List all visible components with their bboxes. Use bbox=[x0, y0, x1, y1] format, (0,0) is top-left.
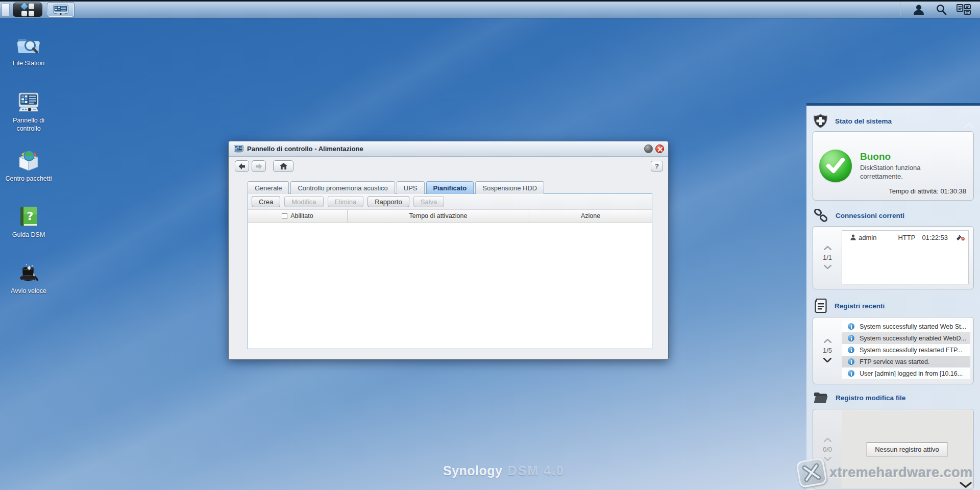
pilot-view-button[interactable] bbox=[952, 2, 975, 17]
connections-box: 1/1 admin HTTP 01:22:53 bbox=[813, 226, 974, 289]
pager-down-icon[interactable] bbox=[824, 265, 831, 269]
forward-button[interactable] bbox=[252, 160, 266, 172]
log-row[interactable]: System successfully restarted FTP... bbox=[842, 344, 970, 356]
home-icon bbox=[280, 163, 287, 169]
package-center-icon bbox=[16, 148, 41, 173]
elimina-button[interactable]: Elimina bbox=[328, 196, 364, 207]
tab-ups[interactable]: UPS bbox=[397, 181, 425, 194]
file-station-icon bbox=[16, 33, 41, 57]
taskbar bbox=[0, 0, 980, 18]
control-panel-task-icon bbox=[53, 5, 68, 15]
synology-brand-text: Synology bbox=[443, 463, 503, 478]
tab-pianificato[interactable]: Pianificato bbox=[426, 181, 474, 194]
main-menu-grid-icon bbox=[21, 4, 34, 16]
pager-down-icon[interactable] bbox=[823, 358, 831, 362]
show-desktop-button[interactable] bbox=[2, 3, 10, 16]
back-arrow-icon bbox=[238, 163, 246, 169]
pager-count: 0/0 bbox=[823, 446, 832, 453]
desktop-icon-label: Avvio veloce bbox=[3, 287, 54, 296]
column-header-tempo-attivazione[interactable]: Tempo di attivazione bbox=[348, 210, 529, 222]
status-value: Buono bbox=[860, 151, 942, 162]
info-icon bbox=[848, 347, 854, 353]
back-button[interactable] bbox=[235, 160, 249, 172]
window-title-icon bbox=[234, 145, 243, 153]
main-menu-button[interactable] bbox=[13, 3, 42, 17]
xtremehardware-logo-icon bbox=[796, 457, 827, 488]
connection-user: admin bbox=[859, 234, 876, 241]
file-log-header: Registro modifica file bbox=[814, 391, 905, 404]
widget-title: Connessioni correnti bbox=[836, 212, 904, 219]
modifica-button[interactable]: Modifica bbox=[284, 196, 323, 207]
log-row[interactable]: User [admin] logged in from [10.16... bbox=[842, 368, 970, 379]
tab-bar: Generale Controllo promemoria acustico U… bbox=[248, 181, 546, 194]
tab-generale[interactable]: Generale bbox=[248, 181, 289, 194]
recent-logs-header: Registri recenti bbox=[814, 299, 885, 313]
open-folder-icon bbox=[814, 391, 828, 404]
control-panel-window: Pannello di controllo - Alimentazione bbox=[228, 141, 669, 360]
user-icon bbox=[913, 4, 925, 16]
desktop-icon-dsm-help[interactable]: ? Guida DSM bbox=[3, 204, 54, 239]
taskbar-task-control-panel[interactable] bbox=[47, 3, 74, 17]
desktop-icon-file-station[interactable]: File Station bbox=[3, 33, 54, 68]
status-ok-icon bbox=[819, 150, 852, 182]
column-header-azione[interactable]: Azione bbox=[529, 210, 652, 222]
desktop-icon-label: File Station bbox=[3, 60, 54, 68]
window-titlebar[interactable]: Pannello di controllo - Alimentazione bbox=[229, 141, 668, 157]
disconnect-icon[interactable] bbox=[956, 234, 965, 241]
taskbar-divider bbox=[900, 3, 900, 16]
close-button[interactable] bbox=[655, 144, 664, 153]
watermark-text: xtremehardware.com bbox=[829, 465, 973, 481]
pager-up-icon[interactable] bbox=[824, 246, 831, 250]
status-description: DiskStation funziona correttamente. bbox=[860, 164, 942, 181]
info-icon bbox=[848, 335, 854, 341]
info-icon bbox=[848, 370, 854, 377]
log-row[interactable]: System successfully enabled WebD... bbox=[842, 332, 970, 344]
desktop-icon-quick-start[interactable]: Avvio veloce bbox=[3, 260, 54, 296]
log-list: System successfully started Web St... Sy… bbox=[842, 321, 970, 381]
desktop-icon-label: Guida DSM bbox=[3, 231, 54, 239]
pager-up-icon[interactable] bbox=[824, 339, 831, 343]
dsm-help-icon: ? bbox=[16, 204, 41, 229]
dsm-version-text: DSM 4.0 bbox=[508, 463, 565, 478]
uptime-text: Tempo di attività: 01:30:38 bbox=[889, 187, 966, 195]
widget-title: Stato del sistema bbox=[835, 117, 892, 125]
pager-count: 1/1 bbox=[823, 254, 832, 261]
help-label: ? bbox=[655, 162, 659, 170]
connection-row[interactable]: admin HTTP 01:22:53 bbox=[842, 231, 968, 243]
pilot-view-icon bbox=[957, 4, 971, 15]
tab-controllo-promemoria-acustico[interactable]: Controllo promemoria acustico bbox=[290, 181, 395, 194]
desktop-icon-package-center[interactable]: Centro pacchetti bbox=[3, 148, 54, 183]
tab-sospensione-hdd[interactable]: Sospensione HDD bbox=[475, 181, 544, 194]
connection-time: 01:22:53 bbox=[922, 234, 948, 241]
tab-content-panel: Crea Modifica Elimina Rapporto Salva Abi… bbox=[248, 193, 652, 349]
log-row[interactable]: FTP service was started. bbox=[842, 356, 970, 368]
desktop-icon-control-panel[interactable]: Pannello di controllo bbox=[3, 90, 54, 133]
pager-count: 1/5 bbox=[823, 347, 832, 354]
svg-text:?: ? bbox=[27, 210, 34, 223]
search-button[interactable] bbox=[930, 2, 952, 17]
schedule-table-header: Abilitato Tempo di attivazione Azione bbox=[248, 210, 652, 223]
search-icon bbox=[935, 4, 947, 16]
panel-scroll-up-icon[interactable] bbox=[964, 123, 975, 128]
user-menu-button[interactable] bbox=[908, 2, 930, 17]
help-button[interactable]: ? bbox=[651, 161, 663, 172]
minimize-button[interactable] bbox=[644, 144, 653, 153]
desktop-icon-label: Pannello di controllo bbox=[3, 117, 54, 133]
connections-list: admin HTTP 01:22:53 bbox=[842, 230, 969, 284]
column-header-abilitato[interactable]: Abilitato bbox=[248, 210, 348, 222]
forward-arrow-icon bbox=[255, 163, 262, 169]
select-all-checkbox[interactable] bbox=[282, 213, 287, 219]
recent-logs-box: 1/5 System successfully started Web St..… bbox=[813, 317, 974, 384]
dsm-footer-logo: SynologyDSM 4.0 bbox=[443, 463, 565, 478]
salva-button[interactable]: Salva bbox=[413, 196, 445, 207]
log-document-icon bbox=[814, 299, 827, 313]
crea-button[interactable]: Crea bbox=[252, 196, 280, 207]
user-mini-icon bbox=[850, 234, 856, 240]
widget-title: Registri recenti bbox=[835, 302, 885, 310]
info-icon bbox=[848, 358, 854, 365]
rapporto-button[interactable]: Rapporto bbox=[368, 196, 409, 207]
home-button[interactable] bbox=[273, 160, 293, 172]
pager-up-icon[interactable] bbox=[824, 438, 831, 442]
log-row[interactable]: System successfully started Web St... bbox=[842, 321, 970, 332]
system-status-header: Stato del sistema bbox=[814, 114, 892, 128]
